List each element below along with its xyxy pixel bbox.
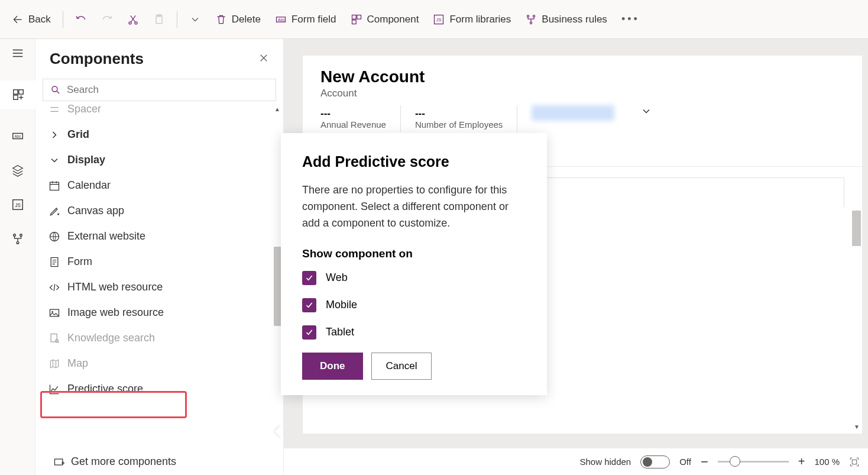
form-subtitle: Account xyxy=(320,88,844,99)
svg-point-23 xyxy=(17,242,19,244)
rail-form-field[interactable]: Abc xyxy=(11,129,25,143)
tree-item-html-web-resource[interactable]: HTML web resource xyxy=(35,274,283,300)
add-folder-icon xyxy=(53,456,65,468)
component-tree: ▲ Spacer Grid Display Calendar Canvas ap… xyxy=(35,101,283,448)
cut-button[interactable] xyxy=(121,9,145,30)
divider xyxy=(177,11,177,28)
form-libraries-button[interactable]: JS Form libraries xyxy=(427,9,517,30)
paste-icon xyxy=(153,14,165,25)
fit-icon[interactable] xyxy=(849,457,860,467)
rail-layers[interactable] xyxy=(11,163,25,177)
tree-item-knowledge-search[interactable]: Knowledge search xyxy=(35,325,283,351)
tree-item-predictive-score[interactable]: Predictive score xyxy=(35,376,283,402)
tree-item-map[interactable]: Map xyxy=(35,351,283,376)
checkbox-mobile[interactable] xyxy=(302,298,316,312)
tree-item-canvas-app[interactable]: Canvas app xyxy=(35,198,283,224)
svg-rect-30 xyxy=(51,334,57,341)
rail-rules[interactable] xyxy=(11,232,25,246)
header-field-employees[interactable]: --- Number of Employees xyxy=(415,105,517,132)
chevron-down-icon xyxy=(189,14,201,25)
more-button[interactable]: ••• xyxy=(616,11,646,28)
redo-button[interactable] xyxy=(95,9,119,30)
divider xyxy=(63,11,63,28)
scroll-up-arrow[interactable]: ▲ xyxy=(274,106,283,112)
undo-button[interactable] xyxy=(69,9,93,30)
tree-item-spacer[interactable]: Spacer xyxy=(35,101,283,122)
code-icon xyxy=(48,282,60,293)
show-hidden-toggle[interactable] xyxy=(640,455,670,468)
svg-rect-25 xyxy=(50,182,59,190)
checkbox-row-tablet[interactable]: Tablet xyxy=(302,325,526,340)
panel-close-button[interactable] xyxy=(258,51,269,67)
header-field-owner[interactable] xyxy=(532,105,614,121)
search-box[interactable] xyxy=(43,79,276,101)
add-component-popover: Add Predictive score There are no proper… xyxy=(281,133,547,395)
get-more-components-button[interactable]: Get more components xyxy=(35,448,283,475)
panel-title: Components xyxy=(50,50,144,68)
search-input[interactable] xyxy=(67,84,268,96)
undo-icon xyxy=(75,14,87,25)
done-button[interactable]: Done xyxy=(302,353,363,380)
svg-point-13 xyxy=(530,22,532,24)
show-hidden-label: Show hidden xyxy=(579,457,631,467)
business-rules-button[interactable]: Business rules xyxy=(519,9,613,30)
form-title: New Account xyxy=(320,67,844,86)
chevron-button[interactable] xyxy=(183,9,207,30)
svg-rect-15 xyxy=(18,90,22,94)
rail-components[interactable] xyxy=(0,80,35,109)
popover-description: There are no properties to configure for… xyxy=(302,182,526,232)
svg-rect-33 xyxy=(852,460,857,464)
tree-item-form[interactable]: Form xyxy=(35,249,283,274)
svg-point-29 xyxy=(51,311,53,313)
svg-point-1 xyxy=(135,21,137,24)
check-icon xyxy=(305,328,314,337)
popover-arrow xyxy=(275,424,282,438)
back-button[interactable]: Back xyxy=(6,9,57,30)
zoom-in-button[interactable]: + xyxy=(798,455,805,468)
calendar-icon xyxy=(48,180,60,192)
tree-item-external-website[interactable]: External website xyxy=(35,224,283,249)
back-label: Back xyxy=(28,14,51,25)
scroll-down-icon[interactable]: ▼ xyxy=(854,424,860,430)
canvas-scrollbar[interactable] xyxy=(852,211,861,246)
arrow-left-icon xyxy=(12,14,24,25)
cut-icon xyxy=(127,14,139,25)
expand-header-button[interactable] xyxy=(640,105,652,117)
map-icon xyxy=(48,358,60,370)
toggle-off-label: Off xyxy=(679,457,691,467)
tree-section-grid[interactable]: Grid xyxy=(35,122,283,147)
form-field-button[interactable]: Abc Form field xyxy=(269,9,342,30)
checkbox-tablet[interactable] xyxy=(302,325,316,340)
form-icon xyxy=(48,256,60,268)
rail-js[interactable]: JS xyxy=(11,198,25,212)
svg-point-12 xyxy=(533,15,535,17)
component-button[interactable]: Component xyxy=(345,9,425,30)
form-libraries-label: Form libraries xyxy=(449,14,511,25)
rules-icon xyxy=(525,14,537,25)
checkbox-web[interactable] xyxy=(302,271,316,285)
header-field-revenue[interactable]: --- Annual Revenue xyxy=(320,105,401,132)
hamburger-button[interactable] xyxy=(11,46,25,60)
tree-item-image-web-resource[interactable]: Image web resource xyxy=(35,300,283,325)
image-icon xyxy=(48,307,60,319)
pen-icon xyxy=(48,205,60,217)
checkbox-row-mobile[interactable]: Mobile xyxy=(302,298,526,312)
popover-title: Add Predictive score xyxy=(302,153,526,170)
delete-button[interactable]: Delete xyxy=(209,9,267,30)
paste-button[interactable] xyxy=(147,9,171,30)
cancel-button[interactable]: Cancel xyxy=(371,353,432,380)
component-label: Component xyxy=(367,14,419,25)
tree-item-calendar[interactable]: Calendar xyxy=(35,173,283,198)
zoom-out-button[interactable]: − xyxy=(701,454,708,470)
tree-section-display[interactable]: Display xyxy=(35,147,283,173)
checkbox-row-web[interactable]: Web xyxy=(302,271,526,285)
zoom-slider[interactable] xyxy=(718,461,789,463)
form-field-icon: Abc xyxy=(275,14,287,25)
svg-rect-8 xyxy=(352,20,356,24)
svg-point-24 xyxy=(52,86,57,92)
close-icon xyxy=(258,53,269,63)
svg-point-22 xyxy=(20,234,22,237)
search-icon xyxy=(50,85,61,95)
svg-rect-14 xyxy=(13,90,17,94)
svg-text:Abc: Abc xyxy=(14,134,21,138)
